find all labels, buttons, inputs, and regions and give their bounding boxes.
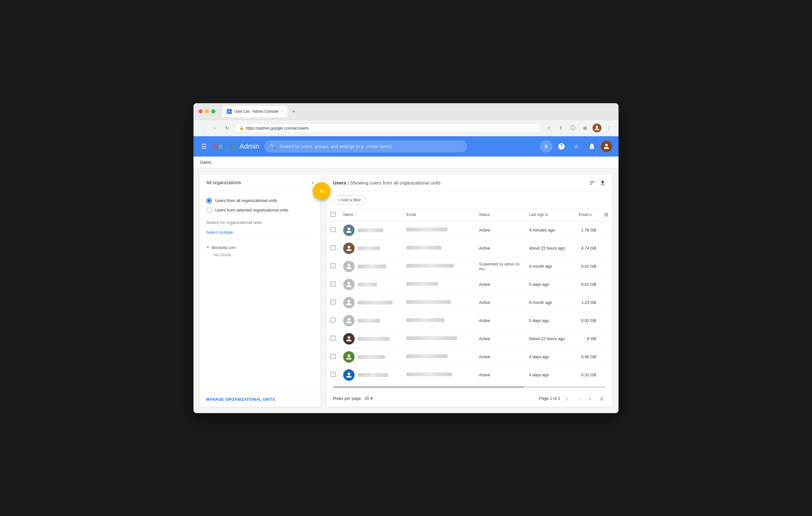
- search-org-input[interactable]: [206, 220, 314, 225]
- user-status: Active: [479, 246, 490, 250]
- browser-profile-icon[interactable]: [592, 124, 601, 132]
- user-email: [406, 246, 441, 250]
- rows-per-page-arrow: ▾: [371, 396, 373, 401]
- row-checkbox[interactable]: [330, 336, 336, 341]
- user-name: [358, 282, 377, 287]
- header-name-col[interactable]: Name ↑: [339, 209, 403, 221]
- row-checkbox[interactable]: [330, 299, 336, 304]
- window-controls: [199, 109, 215, 113]
- horizontal-scrollbar[interactable]: [333, 386, 606, 388]
- browser-toolbar-icons: ☆ Ⅰ ⓘ ⊕ ⋮: [544, 124, 613, 132]
- browser-menu-button[interactable]: ⋮: [605, 124, 613, 132]
- admin-search-bar[interactable]: 🔍: [264, 140, 467, 153]
- svg-point-7: [348, 318, 350, 321]
- row-checkbox[interactable]: [330, 318, 336, 323]
- user-name-cell: [343, 369, 399, 381]
- apps-grid-button[interactable]: [570, 140, 583, 153]
- user-name-cell: [343, 315, 399, 326]
- table-row: ActiveAbout 22 hours ago0 GB: [327, 330, 612, 348]
- url-bar[interactable]: 🔒 https://admin.google.com/ac/users: [235, 124, 541, 133]
- admin-header: ☰ Google Admin 🔍 8: [194, 136, 618, 157]
- browser-window: A User List - Admin Console × + ← → ↻ 🔒 …: [194, 103, 618, 413]
- search-input[interactable]: [280, 144, 462, 149]
- next-page-button[interactable]: ›: [585, 394, 594, 403]
- add-filter-button[interactable]: + Add a filter: [333, 195, 366, 205]
- search-icon: 🔍: [269, 143, 276, 150]
- google-admin-logo: Google Admin: [213, 142, 259, 151]
- org-item-blissfully[interactable]: ▼ blissfully.com: [206, 244, 314, 251]
- extension-icon-2[interactable]: ⓘ: [569, 124, 577, 132]
- table-row: Active5 days ago0.02 GB: [327, 311, 612, 330]
- row-checkbox[interactable]: [330, 354, 336, 359]
- prev-page-button[interactable]: ‹: [574, 394, 583, 403]
- panel-header: Users | Showing users from all organizat…: [327, 175, 612, 191]
- minimize-dot[interactable]: [205, 109, 209, 113]
- select-all-checkbox[interactable]: [330, 212, 336, 217]
- org-sub-no-gmail: No Gmail: [206, 251, 314, 259]
- add-user-fab[interactable]: +: [313, 182, 330, 200]
- sidebar-collapse-button[interactable]: ‹: [312, 180, 314, 185]
- user-name: [358, 355, 385, 359]
- column-settings-icon[interactable]: [589, 180, 596, 186]
- user-profile-avatar[interactable]: [601, 141, 612, 152]
- row-checkbox[interactable]: [330, 372, 336, 377]
- back-button[interactable]: ←: [199, 124, 207, 132]
- sidebar-options: Users from all organizational units User…: [200, 191, 320, 220]
- user-email-usage: 0.46 GB: [581, 354, 596, 359]
- sidebar-footer: MANAGE ORGANIZATIONAL UNITS: [200, 392, 320, 407]
- column-config-icon[interactable]: ⚙: [604, 212, 608, 218]
- tab-title: User List - Admin Console: [234, 109, 279, 114]
- row-checkbox[interactable]: [330, 245, 336, 250]
- last-page-button[interactable]: ›|: [597, 394, 606, 403]
- svg-point-8: [348, 336, 350, 339]
- maximize-dot[interactable]: [211, 109, 215, 113]
- svg-point-6: [348, 300, 350, 303]
- user-last-sign-in: 5 days ago: [529, 318, 549, 323]
- radio-selected-orgs[interactable]: Users from selected organizational units: [206, 206, 314, 215]
- user-email: [406, 300, 451, 304]
- hamburger-menu[interactable]: ☰: [200, 141, 208, 152]
- refresh-button[interactable]: ↻: [223, 124, 232, 132]
- user-name: [358, 265, 386, 268]
- user-email: [406, 282, 438, 286]
- user-last-sign-in: About 22 hours ago: [529, 336, 565, 341]
- search-org-units[interactable]: [200, 220, 320, 228]
- svg-point-0: [596, 126, 598, 128]
- close-dot[interactable]: [199, 109, 203, 113]
- user-email-usage: 0 GB: [587, 336, 596, 341]
- first-page-button[interactable]: |‹: [563, 394, 572, 403]
- notifications-button[interactable]: [585, 140, 598, 153]
- tab-close-button[interactable]: ×: [281, 110, 283, 113]
- download-icon[interactable]: [600, 180, 606, 186]
- user-status: Active: [479, 373, 490, 377]
- support-number-button[interactable]: 8: [540, 140, 553, 153]
- user-email: [406, 354, 447, 358]
- manage-org-units-button[interactable]: MANAGE ORGANIZATIONAL UNITS: [206, 397, 314, 402]
- user-status: Suspended by admin (A mo...: [479, 262, 519, 271]
- user-avatar-photo: [343, 333, 355, 345]
- radio-selected-orgs-circle: [206, 207, 212, 213]
- row-checkbox[interactable]: [330, 281, 336, 287]
- table-row: Active4 days ago0.46 GB: [327, 348, 612, 366]
- user-email-usage: 1.76 GB: [581, 228, 596, 233]
- extension-icon-1[interactable]: Ⅰ: [556, 124, 565, 132]
- help-button[interactable]: [555, 140, 568, 153]
- rows-per-page-select[interactable]: 20 ▾: [365, 396, 372, 401]
- bookmark-button[interactable]: ☆: [544, 124, 553, 132]
- filter-row: + Add a filter: [327, 191, 612, 209]
- radio-all-orgs-circle: [206, 198, 212, 203]
- active-tab[interactable]: A User List - Admin Console ×: [222, 106, 287, 117]
- extension-icon-3[interactable]: ⊕: [580, 124, 589, 132]
- user-avatar-photo: [343, 243, 355, 254]
- select-multiple-link[interactable]: Select multiple: [200, 228, 320, 240]
- header-status-col: Status: [475, 209, 525, 221]
- table-row: Active4 minutes ago1.76 GB: [327, 221, 612, 239]
- page-info: Page 1 of 1: [539, 396, 560, 401]
- user-email: [406, 264, 454, 268]
- forward-button[interactable]: →: [211, 124, 220, 132]
- new-tab-button[interactable]: +: [290, 108, 297, 115]
- row-checkbox[interactable]: [330, 263, 336, 268]
- row-checkbox[interactable]: [330, 227, 336, 232]
- radio-all-orgs[interactable]: Users from all organizational units: [206, 196, 314, 206]
- admin-logo-text: Admin: [239, 142, 259, 151]
